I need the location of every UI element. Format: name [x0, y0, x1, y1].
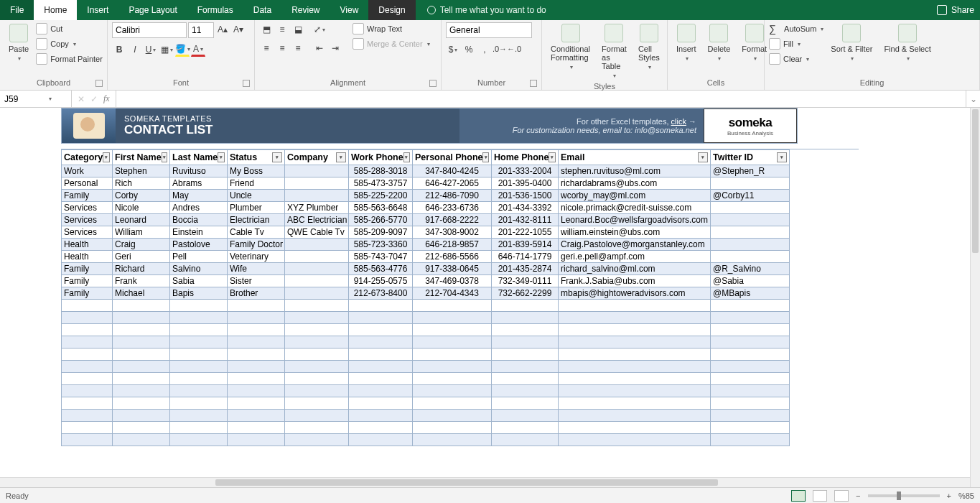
- cell[interactable]: [349, 373, 413, 385]
- copy-button[interactable]: Copy▾: [36, 37, 103, 50]
- tab-review[interactable]: Review: [281, 0, 330, 20]
- cell[interactable]: 585-266-5770: [349, 214, 413, 226]
- cell[interactable]: Family: [61, 263, 113, 275]
- page-layout-view-button[interactable]: [813, 490, 827, 502]
- cell[interactable]: [61, 324, 113, 336]
- filter-button[interactable]: ▾: [162, 152, 167, 162]
- cell[interactable]: [228, 300, 285, 312]
- cell[interactable]: Cable Tv: [228, 226, 285, 239]
- cell[interactable]: [349, 361, 413, 373]
- clear-button[interactable]: Clear▾: [769, 52, 823, 65]
- cell[interactable]: Frank: [113, 275, 170, 287]
- cell[interactable]: Services: [61, 214, 113, 226]
- cell[interactable]: QWE Cable Tv: [285, 226, 349, 239]
- format-painter-button[interactable]: Format Painter: [36, 52, 103, 65]
- cell[interactable]: Einstein: [170, 226, 228, 239]
- cell[interactable]: [492, 434, 559, 446]
- cell[interactable]: [113, 361, 170, 373]
- cell[interactable]: Andres: [170, 202, 228, 214]
- cell[interactable]: [711, 177, 790, 190]
- cell[interactable]: 201-839-5914: [492, 239, 559, 251]
- cell[interactable]: Abrams: [170, 177, 228, 190]
- dialog-launcher[interactable]: [243, 80, 250, 87]
- cell[interactable]: Friend: [228, 177, 285, 190]
- table-row[interactable]: [0, 300, 970, 312]
- filter-button[interactable]: ▾: [272, 152, 282, 162]
- cell[interactable]: Pastolove: [170, 239, 228, 251]
- tell-me-search[interactable]: Tell me what you want to do: [427, 0, 546, 20]
- cell[interactable]: [492, 397, 559, 410]
- cut-button[interactable]: Cut: [36, 22, 103, 35]
- cell[interactable]: [170, 397, 228, 410]
- cell[interactable]: [413, 312, 492, 324]
- cell[interactable]: [559, 300, 711, 312]
- cell[interactable]: 212-704-4343: [413, 287, 492, 300]
- table-row[interactable]: [0, 434, 970, 446]
- zoom-slider[interactable]: [868, 494, 940, 497]
- align-left-button[interactable]: ≡: [259, 41, 274, 55]
- comma-format-button[interactable]: ,: [477, 42, 492, 57]
- cell[interactable]: 917-338-0645: [413, 263, 492, 275]
- cell[interactable]: Sister: [228, 275, 285, 287]
- column-header[interactable]: Twitter ID▾: [711, 149, 790, 165]
- cell[interactable]: @Sabia: [711, 275, 790, 287]
- cell[interactable]: william.einstein@ubs.com: [559, 226, 711, 239]
- other-templates-link[interactable]: click: [671, 117, 686, 126]
- cell[interactable]: Work: [61, 165, 113, 177]
- table-row[interactable]: [0, 312, 970, 324]
- cell[interactable]: [113, 349, 170, 361]
- cell[interactable]: Family: [61, 287, 113, 300]
- cell[interactable]: [228, 422, 285, 434]
- column-header[interactable]: Company▾: [285, 149, 349, 165]
- cell[interactable]: [413, 300, 492, 312]
- column-header[interactable]: Status▾: [228, 149, 285, 165]
- cell[interactable]: 347-469-0378: [413, 275, 492, 287]
- percent-format-button[interactable]: %: [462, 42, 476, 57]
- filter-button[interactable]: ▾: [103, 152, 110, 162]
- column-header[interactable]: Personal Phone▾: [413, 149, 492, 165]
- cell[interactable]: 201-536-1500: [492, 190, 559, 202]
- cell[interactable]: Electrician: [228, 214, 285, 226]
- cancel-formula-button[interactable]: ✕: [78, 94, 85, 104]
- cell[interactable]: [170, 336, 228, 349]
- cell[interactable]: [228, 434, 285, 446]
- page-break-view-button[interactable]: [834, 490, 849, 502]
- cell[interactable]: [228, 324, 285, 336]
- cell[interactable]: William: [113, 226, 170, 239]
- worksheet-area[interactable]: SOMEKA TEMPLATES CONTACT LIST For other …: [0, 108, 980, 487]
- cell[interactable]: @Corby11: [711, 190, 790, 202]
- cell[interactable]: [349, 397, 413, 410]
- filter-button[interactable]: ▾: [482, 152, 489, 162]
- table-row[interactable]: FamilyMichaelBapisBrother212-673-8400212…: [0, 287, 970, 300]
- cell[interactable]: [61, 434, 113, 446]
- cell[interactable]: [349, 312, 413, 324]
- zoom-level[interactable]: %85: [958, 492, 974, 500]
- cell[interactable]: [61, 336, 113, 349]
- table-row[interactable]: [0, 385, 970, 397]
- cell[interactable]: [559, 385, 711, 397]
- cell[interactable]: [711, 214, 790, 226]
- accounting-format-button[interactable]: $▾: [446, 42, 460, 57]
- cell[interactable]: Family: [61, 275, 113, 287]
- cell[interactable]: [413, 397, 492, 410]
- cell[interactable]: 347-840-4245: [413, 165, 492, 177]
- tab-design[interactable]: Design: [368, 0, 415, 20]
- cell[interactable]: Health: [61, 239, 113, 251]
- cell[interactable]: 212-486-7090: [413, 190, 492, 202]
- filter-button[interactable]: ▾: [403, 152, 410, 162]
- cell[interactable]: [61, 349, 113, 361]
- worksheet-grid[interactable]: SOMEKA TEMPLATES CONTACT LIST For other …: [0, 108, 970, 446]
- cell[interactable]: 585-723-3360: [349, 239, 413, 251]
- cell[interactable]: [492, 349, 559, 361]
- cell[interactable]: [228, 373, 285, 385]
- cell[interactable]: [170, 349, 228, 361]
- cell[interactable]: [413, 349, 492, 361]
- cell[interactable]: [559, 410, 711, 422]
- cell[interactable]: [711, 410, 790, 422]
- cell[interactable]: May: [170, 190, 228, 202]
- table-row[interactable]: ServicesNicoleAndresPlumberXYZ Plumber58…: [0, 202, 970, 214]
- cell[interactable]: Veterinary: [228, 251, 285, 263]
- align-center-button[interactable]: ≡: [275, 41, 289, 55]
- table-row[interactable]: FamilyRichardSalvinoWife585-563-4776917-…: [0, 263, 970, 275]
- cell[interactable]: [559, 397, 711, 410]
